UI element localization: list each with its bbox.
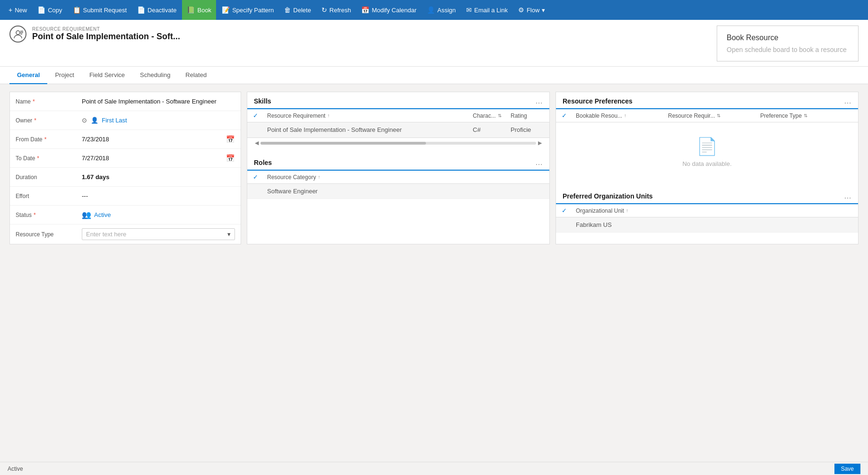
chevron-down-icon: ▾	[227, 231, 231, 238]
from-date-value: 7/23/2018 📅	[82, 135, 235, 144]
main-content: Name * Point of Sale Implementation - So…	[0, 84, 868, 252]
record-header: RESOURCE REQUIREMENT Point of Sale Imple…	[9, 26, 698, 43]
effort-value: ---	[82, 192, 235, 199]
skills-rating-header[interactable]: Rating	[511, 112, 544, 119]
record-icon	[9, 26, 26, 43]
prefs-type-header[interactable]: Preference Type ⇅	[760, 112, 852, 119]
resource-preferences-more-button[interactable]: …	[844, 97, 851, 105]
copy-icon: 📄	[37, 6, 45, 14]
specify-pattern-icon: 📝	[222, 6, 230, 14]
skills-char-sort-icon[interactable]: ⇅	[498, 113, 502, 118]
resource-preferences-title: Resource Preferences	[563, 97, 633, 105]
skills-row-name: Point of Sale Implementation - Software …	[267, 126, 473, 133]
book-button[interactable]: 📗 Book	[182, 0, 216, 20]
roles-section-header: Roles …	[247, 154, 549, 171]
resource-type-select[interactable]: Enter text here ▾	[82, 228, 235, 240]
roles-more-button[interactable]: …	[535, 158, 543, 167]
skills-data-row[interactable]: Point of Sale Implementation - Software …	[247, 122, 549, 138]
tab-related[interactable]: Related	[178, 67, 214, 84]
copy-button[interactable]: 📄 Copy	[33, 0, 67, 20]
deactivate-icon: 📄	[137, 6, 145, 14]
org-name-sort-icon[interactable]: ↑	[626, 208, 628, 213]
resource-type-label: Resource Type	[16, 231, 82, 238]
skills-name-sort-icon[interactable]: ↑	[327, 113, 330, 118]
new-button[interactable]: + New	[4, 0, 32, 20]
skills-check-all[interactable]: ✓	[253, 112, 258, 119]
delete-button[interactable]: 🗑 Delete	[279, 0, 316, 20]
delete-icon: 🗑	[284, 6, 291, 14]
flow-button[interactable]: ⚙ Flow ▾	[513, 0, 550, 20]
roles-name-header[interactable]: Resource Category ↑	[267, 174, 529, 181]
to-date-calendar-icon[interactable]: 📅	[226, 154, 235, 163]
owner-link[interactable]: First Last	[102, 117, 127, 124]
roles-name-sort-icon[interactable]: ↑	[318, 174, 320, 180]
status-field-row: Status * 👥 Active	[10, 206, 241, 225]
resource-preferences-header: Resource Preferences …	[556, 92, 858, 109]
no-data-icon: 📄	[696, 137, 718, 156]
resource-type-value: Enter text here ▾	[82, 228, 235, 240]
record-type-label: RESOURCE REQUIREMENT	[32, 26, 180, 32]
roles-header-row: ✓ Resource Category ↑	[247, 171, 549, 184]
preferred-org-units-header: Preferred Organization Units …	[556, 187, 858, 204]
effort-field-row: Effort ---	[10, 187, 241, 206]
prefs-type-sort-icon[interactable]: ⇅	[804, 113, 807, 118]
toolbar: + New 📄 Copy 📋 Submit Request 📄 Deactiva…	[0, 0, 868, 20]
refresh-icon: ↻	[321, 6, 327, 14]
skills-scrollbar-track[interactable]	[260, 142, 536, 145]
skills-scrollbar-thumb	[260, 142, 426, 145]
roles-title: Roles	[254, 159, 272, 166]
tab-general[interactable]: General	[9, 67, 47, 84]
specify-pattern-button[interactable]: 📝 Specify Pattern	[217, 0, 278, 20]
name-required-indicator: *	[33, 98, 35, 105]
preferred-org-units-section: Preferred Organization Units … ✓ Organiz…	[556, 187, 858, 233]
chevron-down-icon: ▾	[542, 7, 545, 14]
email-icon: ✉	[466, 6, 472, 14]
to-date-required-indicator: *	[37, 155, 39, 162]
status-value: 👥 Active	[82, 210, 235, 219]
header-right-area: Book Resource Open schedule board to boo…	[698, 26, 859, 66]
resource-preferences-no-data: 📄 No data available.	[556, 122, 858, 181]
email-link-button[interactable]: ✉ Email a Link	[461, 0, 512, 20]
tab-field-service[interactable]: Field Service	[82, 67, 132, 84]
owner-required-indicator: *	[34, 117, 36, 124]
prefs-bookable-header[interactable]: Bookable Resou... ↑	[576, 112, 668, 119]
submit-icon: 📋	[73, 6, 81, 14]
org-units-data-row[interactable]: Fabrikam US	[556, 217, 858, 233]
org-name-header[interactable]: Organizational Unit ↑	[576, 207, 838, 214]
preferred-org-units-more-button[interactable]: …	[844, 192, 851, 200]
skills-section-header: Skills …	[247, 92, 549, 109]
skills-scroll-left[interactable]: ◀	[253, 140, 260, 146]
prefs-reqr-sort-icon[interactable]: ⇅	[717, 113, 720, 118]
prefs-check-all[interactable]: ✓	[562, 112, 567, 119]
record-title-group: RESOURCE REQUIREMENT Point of Sale Imple…	[32, 26, 180, 42]
roles-check-all[interactable]: ✓	[253, 173, 258, 181]
skills-section: Skills … ✓ Resource Requirement ↑ Charac…	[247, 92, 549, 148]
plus-icon: +	[9, 6, 12, 14]
modify-calendar-button[interactable]: 📅 Modify Calendar	[356, 0, 421, 20]
from-date-field-row: From Date * 7/23/2018 📅	[10, 130, 241, 149]
tab-project[interactable]: Project	[47, 67, 81, 84]
skills-more-button[interactable]: …	[535, 97, 543, 105]
prefs-reqr-header[interactable]: Resource Requir... ⇅	[668, 112, 760, 119]
refresh-button[interactable]: ↻ Refresh	[317, 0, 356, 20]
roles-section: Roles … ✓ Resource Category ↑ Software E…	[247, 154, 549, 199]
duration-field-row: Duration 1.67 days	[10, 168, 241, 187]
to-date-label: To Date *	[16, 155, 82, 162]
submit-request-button[interactable]: 📋 Submit Request	[68, 0, 132, 20]
skills-scroll-right[interactable]: ▶	[536, 140, 544, 146]
owner-value: ⊙ 👤 First Last	[82, 117, 235, 124]
skills-char-header[interactable]: Charac... ⇅	[473, 112, 511, 119]
roles-data-row[interactable]: Software Engineer	[247, 184, 549, 199]
prefs-bookable-sort-icon[interactable]: ↑	[624, 113, 626, 118]
deactivate-button[interactable]: 📄 Deactivate	[132, 0, 181, 20]
assign-button[interactable]: 👤 Assign	[422, 0, 460, 20]
resource-preferences-header-row: ✓ Bookable Resou... ↑ Resource Requir...…	[556, 109, 858, 122]
skills-name-header[interactable]: Resource Requirement ↑	[267, 112, 473, 119]
tabs: General Project Field Service Scheduling…	[0, 67, 868, 84]
flow-icon: ⚙	[518, 6, 524, 14]
from-date-calendar-icon[interactable]: 📅	[226, 135, 235, 144]
owner-label: Owner *	[16, 117, 82, 124]
status-active-icon: 👥	[82, 210, 91, 219]
tab-scheduling[interactable]: Scheduling	[132, 67, 178, 84]
org-check-all[interactable]: ✓	[562, 207, 567, 214]
